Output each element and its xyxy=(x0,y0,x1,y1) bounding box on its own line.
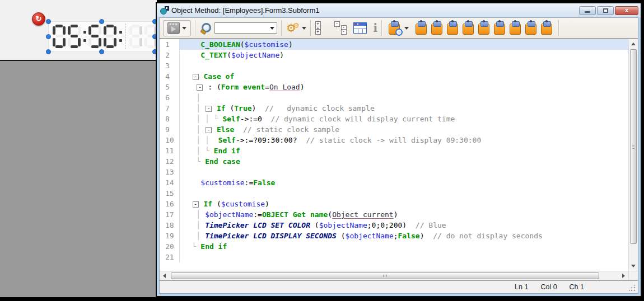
selection-handle[interactable] xyxy=(99,19,104,24)
selection-handle[interactable] xyxy=(46,34,51,39)
code-text: │ xyxy=(180,92,628,103)
lcd-digit-0 xyxy=(53,25,66,48)
code-line[interactable]: 17 │ $objectName:=OBJECT Get name(Object… xyxy=(160,209,628,220)
horizontal-scroll-thumb[interactable] xyxy=(171,272,599,279)
code-line[interactable]: 6 │ xyxy=(160,92,628,103)
code-line[interactable]: 4 - Case of xyxy=(160,71,628,82)
selection-handle[interactable] xyxy=(46,19,51,24)
line-number: 14 xyxy=(160,177,180,188)
macros-button[interactable]: ⚙ ⚙ xyxy=(286,22,306,34)
selection-handle[interactable] xyxy=(46,49,51,54)
fold-box-icon[interactable]: - xyxy=(197,84,203,91)
code-text: │ TimePicker LCD DISPLAY SECONDS ($objec… xyxy=(180,231,628,241)
line-number: 17 xyxy=(160,209,180,220)
code-text: │ │ └ Self->:=0 // dynamic clock will di… xyxy=(180,114,628,124)
collapse-all-icon: - - - xyxy=(334,21,348,35)
numbered-clipboards xyxy=(413,21,554,35)
code-line[interactable]: 1 C_BOOLEAN($customise) xyxy=(160,39,628,50)
code-line[interactable]: 10 │ │ Self->:=?09:30:00? // static cloc… xyxy=(160,135,628,145)
code-text: - : (Form event=On Load) xyxy=(180,82,628,92)
lcd-clock-widget[interactable]: PM xyxy=(48,21,155,51)
clipboard-8-button[interactable] xyxy=(525,21,536,35)
clipboard-4-button[interactable] xyxy=(463,21,474,35)
vertical-scroll-thumb[interactable] xyxy=(630,49,637,244)
line-number: 9 xyxy=(160,124,180,135)
object-method-badge-icon[interactable]: ↻ xyxy=(32,12,45,26)
scrollbar-corner xyxy=(628,271,638,280)
code-text: │ $objectName:=OBJECT Get name(Object cu… xyxy=(180,209,628,220)
clipboard-5-button[interactable] xyxy=(478,21,489,35)
code-line[interactable]: 19 │ TimePicker LCD DISPLAY SECONDS ($ob… xyxy=(160,231,628,241)
code-line[interactable]: 7 │ - If (True) // dynamic clock sample xyxy=(160,103,628,114)
titlebar[interactable]: Object Method: [Employees].Form3.Subform… xyxy=(157,3,641,17)
horizontal-scrollbar[interactable] xyxy=(160,271,628,280)
search-icon[interactable] xyxy=(200,22,212,34)
code-text: └ End case xyxy=(180,156,628,167)
code-line[interactable]: 11 │ └ End if xyxy=(160,145,628,156)
code-line[interactable]: 9 │ - Else // static clock sample xyxy=(160,124,628,135)
code-line[interactable]: 16 - If ($customise) xyxy=(160,199,628,209)
resize-grip[interactable] xyxy=(629,285,636,291)
clipboard-9-button[interactable] xyxy=(541,21,552,35)
scroll-down-button[interactable] xyxy=(629,262,637,270)
line-number: 10 xyxy=(160,135,180,145)
method-properties-button[interactable] xyxy=(353,22,367,34)
chevron-down-icon xyxy=(302,27,306,30)
fold-box-icon[interactable]: - xyxy=(206,127,212,133)
code-line[interactable]: 3 xyxy=(160,60,628,71)
line-number: 20 xyxy=(160,241,180,252)
lcd-digit-5 xyxy=(88,25,101,48)
clipboard-history-button[interactable] xyxy=(386,21,409,35)
code-text xyxy=(180,60,628,71)
selection-handle[interactable] xyxy=(99,49,104,54)
line-number: 4 xyxy=(160,71,180,82)
code-text: └ End if xyxy=(180,241,628,252)
line-number: 21 xyxy=(160,252,180,262)
gear-icon: ⚙ xyxy=(293,22,300,29)
code-line[interactable]: 21 xyxy=(160,252,628,262)
code-text: C_BOOLEAN($customise) xyxy=(180,39,628,50)
clipboard-1-button[interactable] xyxy=(416,21,427,35)
code-line[interactable]: 8 │ │ └ Self->:=0 // dynamic clock will … xyxy=(160,114,628,124)
information-button[interactable]: i xyxy=(374,22,378,34)
expand-all-button[interactable]: + + + + xyxy=(315,21,329,35)
close-button[interactable]: x xyxy=(615,6,638,15)
clipboard-3-button[interactable] xyxy=(447,21,458,35)
fold-box-icon[interactable]: - xyxy=(206,106,212,112)
object-method-icon xyxy=(160,6,169,15)
code-text: │ TimePicker LCD SET COLOR ($objectName;… xyxy=(180,220,628,231)
scroll-up-button[interactable] xyxy=(629,40,637,48)
chevron-down-icon xyxy=(182,27,186,30)
code-line[interactable]: 13 xyxy=(160,167,628,177)
clipboard-6-button[interactable] xyxy=(494,21,505,35)
search-combobox[interactable] xyxy=(214,22,277,34)
minimize-button[interactable] xyxy=(579,6,596,15)
code-line[interactable]: 2 C_TEXT($objectName) xyxy=(160,50,628,60)
vertical-scrollbar[interactable] xyxy=(628,39,638,271)
line-number: 19 xyxy=(160,231,180,241)
code-editor[interactable]: 1 C_BOOLEAN($customise)2 C_TEXT($objectN… xyxy=(160,39,638,280)
clipboard-2-button[interactable] xyxy=(431,21,442,35)
fold-box-icon[interactable]: - xyxy=(193,201,199,208)
lcd-digit-1 xyxy=(129,25,142,48)
line-number: 7 xyxy=(160,103,180,114)
code-line[interactable]: 20 └ End if xyxy=(160,241,628,252)
line-number: 16 xyxy=(160,199,180,209)
execute-method-button[interactable] xyxy=(163,20,191,36)
code-line[interactable]: 18 │ TimePicker LCD SET COLOR ($objectNa… xyxy=(160,220,628,231)
toolbar-separator xyxy=(381,20,382,36)
clipboard-7-button[interactable] xyxy=(510,21,521,35)
fold-box-icon[interactable]: - xyxy=(193,74,199,80)
form-window-icon xyxy=(353,22,367,34)
code-text: │ └ End if xyxy=(180,145,628,156)
line-number: 13 xyxy=(160,167,180,177)
code-line[interactable]: 5 - : (Form event=On Load) xyxy=(160,82,628,92)
code-pane[interactable]: 1 C_BOOLEAN($customise)2 C_TEXT($objectN… xyxy=(160,39,628,271)
code-line[interactable]: 15 xyxy=(160,188,628,199)
collapse-all-button[interactable]: - - - xyxy=(334,21,348,35)
scroll-right-button[interactable] xyxy=(619,271,628,280)
code-line[interactable]: 14 $customise:=False xyxy=(160,177,628,188)
code-line[interactable]: 12 └ End case xyxy=(160,156,628,167)
scroll-left-button[interactable] xyxy=(160,271,169,280)
maximize-button[interactable] xyxy=(597,6,614,15)
